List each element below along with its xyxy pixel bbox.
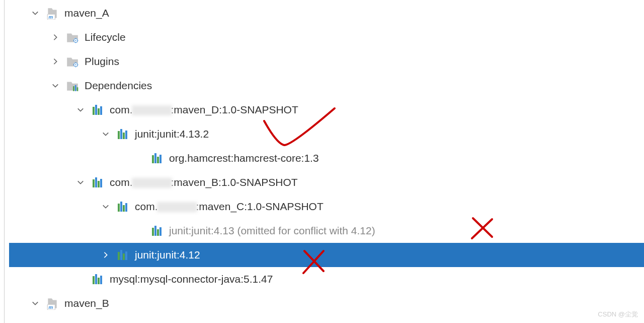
tree-node-lifecycle[interactable]: Lifecycle [9,25,644,49]
maven-tree: m maven_A Lifecycle [0,0,644,315]
node-label: junit:junit:4.13 (omitted for conflict w… [169,225,375,237]
chevron-down-icon[interactable] [100,201,112,213]
chevron-down-icon[interactable] [29,297,41,309]
maven-module-icon: m [45,296,59,310]
tree-node-maven-a[interactable]: m maven_A [9,1,644,25]
svg-rect-18 [77,87,78,91]
chevron-right-icon[interactable] [49,55,61,68]
svg-rect-35 [118,204,120,212]
svg-point-4 [75,40,76,41]
tree-node-junit-412[interactable]: junit:junit:4.12 [9,243,644,267]
tree-node-mysql[interactable]: mysql:mysql-connector-java:5.1.47 [9,267,644,291]
tree-node-maven-d[interactable]: com.:maven_D:1.0-SNAPSHOT [9,98,644,122]
svg-text:m: m [48,14,53,20]
tree-node-dependencies[interactable]: Dependencies [9,74,644,98]
svg-rect-43 [118,252,120,260]
svg-rect-31 [93,179,95,187]
folder-dependency-icon [65,79,79,93]
svg-rect-47 [93,276,95,284]
chevron-down-icon[interactable] [49,80,61,92]
folder-gear-icon [65,30,79,44]
border-line [4,0,5,323]
svg-rect-46 [125,251,127,260]
node-label: mysql:mysql-connector-java:5.1.47 [110,273,273,285]
node-label: junit:junit:4.12 [135,249,200,261]
dependency-icon [116,127,130,141]
node-label: maven_B [64,297,109,309]
tree-node-junit-413-omitted[interactable]: junit:junit:4.13 (omitted for conflict w… [9,219,644,243]
redacted-text [157,202,197,212]
tree-node-plugins[interactable]: Plugins [9,49,644,74]
dependency-icon [91,272,105,286]
node-label: com.:maven_D:1.0-SNAPSHOT [110,104,298,116]
svg-rect-38 [125,203,127,212]
folder-gear-icon [65,54,79,69]
svg-rect-40 [154,226,156,236]
svg-text:m: m [48,304,53,310]
tree-node-hamcrest[interactable]: org.hamcrest:hamcrest-core:1.3 [9,146,644,170]
dependency-icon [116,248,130,262]
redacted-text [132,178,172,188]
svg-rect-23 [118,131,120,139]
node-label: Lifecycle [85,31,126,43]
chevron-down-icon[interactable] [74,104,87,116]
chevron-down-icon[interactable] [29,7,41,19]
redacted-text [132,105,172,115]
chevron-down-icon[interactable] [74,176,87,188]
dependency-icon [91,175,105,189]
svg-rect-30 [159,155,162,163]
svg-rect-19 [93,107,95,115]
svg-rect-27 [152,155,154,163]
svg-rect-39 [152,228,154,236]
svg-rect-48 [95,274,97,284]
node-label: com.:maven_B:1.0-SNAPSHOT [110,176,298,188]
svg-rect-36 [120,202,122,212]
svg-rect-28 [154,153,156,163]
tree-node-junit-4132[interactable]: junit:junit:4.13.2 [9,122,644,146]
maven-module-icon: m [45,6,59,20]
dependency-icon [150,224,164,238]
svg-point-11 [75,64,76,65]
svg-rect-16 [73,86,74,91]
svg-rect-37 [123,205,125,212]
svg-rect-50 [100,276,102,284]
svg-rect-25 [123,133,125,139]
svg-rect-32 [95,177,97,187]
svg-rect-24 [120,129,122,139]
svg-rect-33 [98,181,100,187]
dependency-icon [91,103,105,117]
node-label: org.hamcrest:hamcrest-core:1.3 [169,152,319,164]
svg-rect-21 [98,108,100,115]
svg-rect-29 [157,157,159,163]
svg-rect-22 [100,106,102,115]
node-label: Dependencies [85,80,152,92]
svg-rect-49 [98,278,100,284]
chevron-down-icon[interactable] [100,128,112,140]
watermark: CSDN @尘觉 [598,310,638,319]
svg-rect-45 [123,253,125,260]
chevron-right-icon[interactable] [49,31,61,43]
tree-node-maven-b-dep[interactable]: com.:maven_B:1.0-SNAPSHOT [9,170,644,195]
node-label: Plugins [85,55,119,68]
node-label: junit:junit:4.13.2 [135,128,209,140]
chevron-right-icon[interactable] [100,249,112,261]
svg-rect-44 [120,250,122,260]
svg-rect-42 [159,227,162,236]
tree-node-maven-b[interactable]: m maven_B [9,291,644,315]
svg-rect-34 [100,179,102,187]
svg-rect-41 [157,229,159,236]
svg-rect-20 [95,105,97,115]
node-label: maven_A [64,7,109,19]
svg-rect-17 [75,85,76,91]
svg-rect-26 [125,131,127,139]
dependency-icon [116,200,130,214]
node-label: com.:maven_C:1.0-SNAPSHOT [135,201,324,213]
dependency-icon [150,151,164,165]
tree-node-maven-c[interactable]: com.:maven_C:1.0-SNAPSHOT [9,195,644,219]
